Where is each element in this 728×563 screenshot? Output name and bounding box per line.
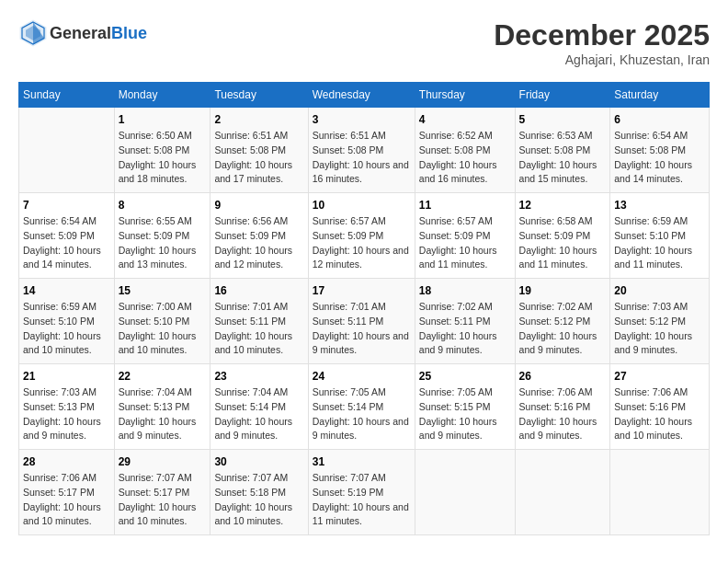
day-number: 8 (119, 199, 207, 212)
title-area: December 2025 Aghajari, Khuzestan, Iran (494, 18, 710, 67)
day-number: 29 (119, 455, 207, 468)
header-day-sunday: Sunday (19, 83, 115, 108)
day-number: 13 (614, 199, 705, 212)
page-header: GeneralBlue December 2025 Aghajari, Khuz… (18, 18, 710, 67)
calendar-cell (415, 450, 515, 535)
calendar-cell: 15Sunrise: 7:00 AMSunset: 5:10 PMDayligh… (114, 279, 210, 364)
month-year: December 2025 (494, 18, 710, 52)
calendar-cell: 24Sunrise: 7:05 AMSunset: 5:14 PMDayligh… (308, 364, 415, 450)
calendar-cell: 7Sunrise: 6:54 AMSunset: 5:09 PMDaylight… (19, 193, 115, 279)
day-info: Sunrise: 7:04 AMSunset: 5:14 PMDaylight:… (214, 385, 303, 443)
day-number: 14 (23, 284, 110, 297)
header-row: SundayMondayTuesdayWednesdayThursdayFrid… (19, 83, 710, 108)
calendar-cell (610, 450, 710, 535)
calendar-cell (515, 450, 610, 535)
day-number: 27 (614, 370, 705, 383)
calendar-cell: 21Sunrise: 7:03 AMSunset: 5:13 PMDayligh… (19, 364, 115, 450)
day-info: Sunrise: 7:05 AMSunset: 5:14 PMDaylight:… (313, 385, 411, 443)
day-info: Sunrise: 7:06 AMSunset: 5:16 PMDaylight:… (614, 385, 705, 443)
day-number: 22 (119, 370, 207, 383)
day-info: Sunrise: 7:03 AMSunset: 5:12 PMDaylight:… (614, 300, 705, 358)
day-info: Sunrise: 6:59 AMSunset: 5:10 PMDaylight:… (614, 214, 705, 272)
day-info: Sunrise: 7:07 AMSunset: 5:17 PMDaylight:… (119, 471, 207, 529)
day-info: Sunrise: 6:51 AMSunset: 5:08 PMDaylight:… (313, 129, 411, 187)
day-info: Sunrise: 7:00 AMSunset: 5:10 PMDaylight:… (119, 300, 207, 358)
calendar-cell: 8Sunrise: 6:55 AMSunset: 5:09 PMDaylight… (114, 193, 210, 279)
header-day-saturday: Saturday (610, 83, 710, 108)
calendar-cell: 28Sunrise: 7:06 AMSunset: 5:17 PMDayligh… (19, 450, 115, 535)
logo-blue: Blue (111, 24, 147, 42)
calendar-cell: 11Sunrise: 6:57 AMSunset: 5:09 PMDayligh… (415, 193, 515, 279)
calendar-cell: 2Sunrise: 6:51 AMSunset: 5:08 PMDaylight… (210, 108, 308, 193)
day-number: 2 (214, 113, 303, 126)
day-info: Sunrise: 7:05 AMSunset: 5:15 PMDaylight:… (419, 385, 511, 443)
day-number: 1 (119, 113, 207, 126)
day-number: 12 (519, 199, 607, 212)
day-number: 17 (313, 284, 411, 297)
day-info: Sunrise: 6:50 AMSunset: 5:08 PMDaylight:… (119, 129, 207, 187)
week-row-1: 1Sunrise: 6:50 AMSunset: 5:08 PMDaylight… (19, 108, 710, 193)
day-number: 24 (313, 370, 411, 383)
calendar-cell: 16Sunrise: 7:01 AMSunset: 5:11 PMDayligh… (210, 279, 308, 364)
calendar-cell: 20Sunrise: 7:03 AMSunset: 5:12 PMDayligh… (610, 279, 710, 364)
logo-general: General (50, 24, 111, 42)
calendar-cell: 3Sunrise: 6:51 AMSunset: 5:08 PMDaylight… (308, 108, 415, 193)
day-number: 25 (419, 370, 511, 383)
calendar-cell: 12Sunrise: 6:58 AMSunset: 5:09 PMDayligh… (515, 193, 610, 279)
day-info: Sunrise: 7:02 AMSunset: 5:12 PMDaylight:… (519, 300, 607, 358)
day-number: 18 (419, 284, 511, 297)
calendar-cell: 31Sunrise: 7:07 AMSunset: 5:19 PMDayligh… (308, 450, 415, 535)
day-info: Sunrise: 6:58 AMSunset: 5:09 PMDaylight:… (519, 214, 607, 272)
calendar-cell: 18Sunrise: 7:02 AMSunset: 5:11 PMDayligh… (415, 279, 515, 364)
day-info: Sunrise: 7:03 AMSunset: 5:13 PMDaylight:… (23, 385, 110, 443)
calendar-cell: 23Sunrise: 7:04 AMSunset: 5:14 PMDayligh… (210, 364, 308, 450)
calendar-cell: 30Sunrise: 7:07 AMSunset: 5:18 PMDayligh… (210, 450, 308, 535)
calendar-cell: 17Sunrise: 7:01 AMSunset: 5:11 PMDayligh… (308, 279, 415, 364)
day-number: 26 (519, 370, 607, 383)
day-number: 9 (214, 199, 303, 212)
calendar-table: SundayMondayTuesdayWednesdayThursdayFrid… (18, 82, 710, 535)
day-number: 21 (23, 370, 110, 383)
calendar-cell: 14Sunrise: 6:59 AMSunset: 5:10 PMDayligh… (19, 279, 115, 364)
calendar-cell: 5Sunrise: 6:53 AMSunset: 5:08 PMDaylight… (515, 108, 610, 193)
day-number: 31 (313, 455, 411, 468)
day-info: Sunrise: 6:52 AMSunset: 5:08 PMDaylight:… (419, 129, 511, 187)
day-number: 23 (214, 370, 303, 383)
header-day-tuesday: Tuesday (210, 83, 308, 108)
day-info: Sunrise: 6:59 AMSunset: 5:10 PMDaylight:… (23, 300, 110, 358)
day-info: Sunrise: 6:55 AMSunset: 5:09 PMDaylight:… (119, 214, 207, 272)
day-number: 19 (519, 284, 607, 297)
day-number: 30 (214, 455, 303, 468)
day-info: Sunrise: 7:01 AMSunset: 5:11 PMDaylight:… (313, 300, 411, 358)
day-info: Sunrise: 6:54 AMSunset: 5:09 PMDaylight:… (23, 214, 110, 272)
day-number: 4 (419, 113, 511, 126)
day-number: 6 (614, 113, 705, 126)
logo: GeneralBlue (18, 18, 147, 48)
header-day-thursday: Thursday (415, 83, 515, 108)
calendar-cell: 22Sunrise: 7:04 AMSunset: 5:13 PMDayligh… (114, 364, 210, 450)
calendar-cell: 26Sunrise: 7:06 AMSunset: 5:16 PMDayligh… (515, 364, 610, 450)
week-row-2: 7Sunrise: 6:54 AMSunset: 5:09 PMDaylight… (19, 193, 710, 279)
calendar-cell: 27Sunrise: 7:06 AMSunset: 5:16 PMDayligh… (610, 364, 710, 450)
logo-text: GeneralBlue (50, 24, 147, 43)
day-info: Sunrise: 6:57 AMSunset: 5:09 PMDaylight:… (419, 214, 511, 272)
day-number: 15 (119, 284, 207, 297)
calendar-cell: 13Sunrise: 6:59 AMSunset: 5:10 PMDayligh… (610, 193, 710, 279)
header-day-monday: Monday (114, 83, 210, 108)
header-day-wednesday: Wednesday (308, 83, 415, 108)
week-row-3: 14Sunrise: 6:59 AMSunset: 5:10 PMDayligh… (19, 279, 710, 364)
calendar-cell: 9Sunrise: 6:56 AMSunset: 5:09 PMDaylight… (210, 193, 308, 279)
day-info: Sunrise: 7:04 AMSunset: 5:13 PMDaylight:… (119, 385, 207, 443)
calendar-cell: 1Sunrise: 6:50 AMSunset: 5:08 PMDaylight… (114, 108, 210, 193)
calendar-cell: 6Sunrise: 6:54 AMSunset: 5:08 PMDaylight… (610, 108, 710, 193)
calendar-cell (19, 108, 115, 193)
day-number: 3 (313, 113, 411, 126)
week-row-5: 28Sunrise: 7:06 AMSunset: 5:17 PMDayligh… (19, 450, 710, 535)
day-info: Sunrise: 6:54 AMSunset: 5:08 PMDaylight:… (614, 129, 705, 187)
calendar-cell: 19Sunrise: 7:02 AMSunset: 5:12 PMDayligh… (515, 279, 610, 364)
week-row-4: 21Sunrise: 7:03 AMSunset: 5:13 PMDayligh… (19, 364, 710, 450)
day-number: 10 (313, 199, 411, 212)
calendar-cell: 10Sunrise: 6:57 AMSunset: 5:09 PMDayligh… (308, 193, 415, 279)
day-info: Sunrise: 6:57 AMSunset: 5:09 PMDaylight:… (313, 214, 411, 272)
location: Aghajari, Khuzestan, Iran (494, 52, 710, 67)
